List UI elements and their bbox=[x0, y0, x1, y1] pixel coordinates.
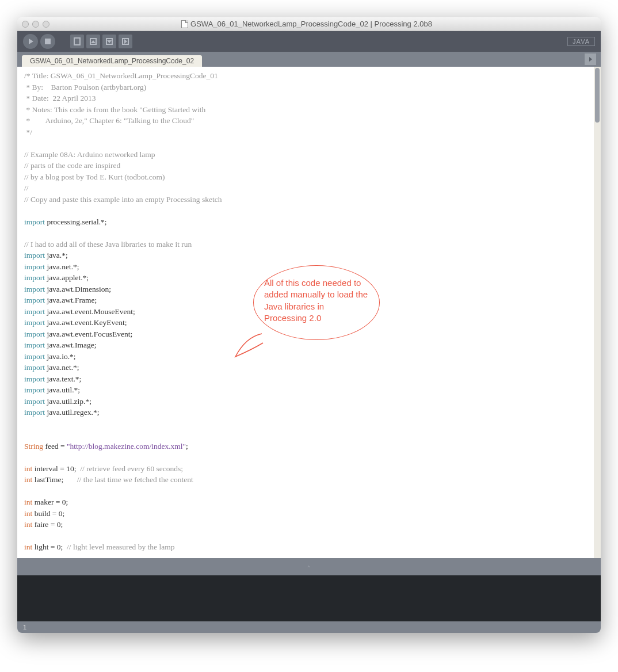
tabbar: GSWA_06_01_NetworkedLamp_ProcessingCode_… bbox=[17, 52, 601, 67]
annotation-tail bbox=[233, 331, 265, 358]
export-icon bbox=[122, 38, 129, 45]
open-button[interactable] bbox=[86, 35, 100, 48]
tab-menu-button[interactable] bbox=[585, 54, 596, 65]
export-button[interactable] bbox=[119, 35, 132, 48]
annotation-text: All of this code needed to added manuall… bbox=[264, 278, 368, 323]
save-icon bbox=[106, 38, 113, 45]
new-icon bbox=[74, 37, 81, 45]
mode-badge[interactable]: JAVA bbox=[567, 37, 595, 46]
play-icon bbox=[29, 39, 33, 44]
traffic-lights bbox=[22, 21, 49, 28]
statusbar: 1 bbox=[17, 621, 601, 633]
open-icon bbox=[90, 38, 97, 45]
stop-icon bbox=[45, 39, 51, 44]
annotation-callout: All of this code needed to added manuall… bbox=[253, 265, 409, 340]
stop-button[interactable] bbox=[40, 34, 55, 49]
window-title: GSWA_06_01_NetworkedLamp_ProcessingCode_… bbox=[190, 20, 432, 28]
run-button[interactable] bbox=[23, 34, 38, 49]
document-icon bbox=[181, 20, 188, 28]
annotation-bubble: All of this code needed to added manuall… bbox=[253, 265, 380, 340]
editor: /* Title: GSWA_06_01_NetworkedLamp_Proce… bbox=[17, 67, 601, 558]
save-button[interactable] bbox=[102, 35, 116, 48]
processing-window: GSWA_06_01_NetworkedLamp_ProcessingCode_… bbox=[17, 17, 601, 633]
message-bar[interactable]: ^ bbox=[17, 558, 601, 575]
title-wrap: GSWA_06_01_NetworkedLamp_ProcessingCode_… bbox=[49, 20, 564, 28]
resize-handle-icon[interactable]: ^ bbox=[308, 564, 311, 570]
minimize-button[interactable] bbox=[32, 21, 39, 28]
zoom-button[interactable] bbox=[43, 21, 49, 28]
toolbar: JAVA bbox=[17, 31, 601, 52]
close-button[interactable] bbox=[22, 21, 29, 28]
line-number: 1 bbox=[23, 624, 26, 631]
chevron-right-icon bbox=[589, 57, 592, 62]
tab-active[interactable]: GSWA_06_01_NetworkedLamp_ProcessingCode_… bbox=[22, 55, 202, 67]
scrollbar-vertical[interactable] bbox=[594, 67, 601, 558]
titlebar[interactable]: GSWA_06_01_NetworkedLamp_ProcessingCode_… bbox=[17, 17, 601, 31]
new-button[interactable] bbox=[70, 35, 84, 48]
console[interactable] bbox=[17, 575, 601, 621]
scroll-thumb[interactable] bbox=[595, 68, 600, 123]
